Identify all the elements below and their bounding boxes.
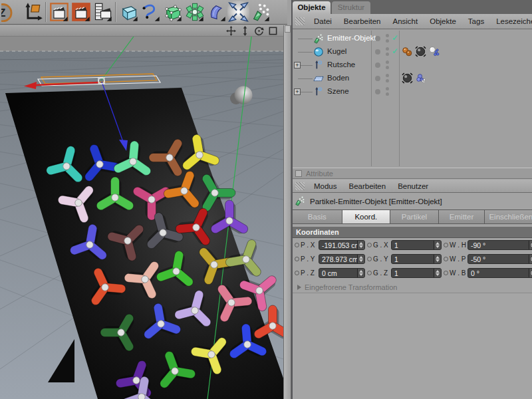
- field-input-py[interactable]: 278.973 cm: [319, 254, 365, 264]
- stepper-control[interactable]: [529, 269, 532, 277]
- keyframe-circle[interactable]: [444, 257, 448, 261]
- stepper-control[interactable]: [357, 255, 364, 263]
- viewport-3d[interactable]: [0, 37, 283, 399]
- render-active-icon[interactable]: [70, 1, 92, 23]
- tab-basis[interactable]: Basis: [293, 210, 342, 223]
- expander-plus-icon[interactable]: +: [294, 62, 301, 68]
- visibility-dot[interactable]: [375, 76, 380, 81]
- keyframe-circle[interactable]: [444, 243, 448, 247]
- zoom-icon[interactable]: [239, 26, 250, 36]
- coordinates-section-header[interactable]: Koordinaten: [293, 227, 532, 238]
- render-dot[interactable]: [386, 79, 389, 82]
- frozen-transform-row[interactable]: Eingefrorene Transformation: [293, 282, 532, 292]
- editor-dot[interactable]: [386, 61, 389, 64]
- editor-dot[interactable]: [386, 87, 389, 90]
- field-input-wb[interactable]: 0 °: [467, 268, 532, 278]
- editor-dot[interactable]: [386, 34, 389, 37]
- visibility-dot[interactable]: [375, 49, 380, 55]
- menu-lesezeichen[interactable]: Lesezeichen: [490, 17, 532, 25]
- object-axis-icon[interactable]: [22, 1, 44, 23]
- viewport-scrollbar[interactable]: [283, 25, 291, 399]
- tab-emitter[interactable]: Emitter: [439, 210, 485, 223]
- field-input-wp[interactable]: -50 °: [467, 254, 532, 264]
- nurbs-icon[interactable]: [162, 1, 184, 23]
- expander-plus-icon[interactable]: +: [294, 88, 301, 95]
- tab-objekte[interactable]: Objekte: [293, 1, 331, 14]
- material-tag-icon[interactable]: [415, 46, 426, 57]
- tree-row-emitterobjekt[interactable]: Emitter-Objekt✓: [293, 32, 532, 45]
- world-z-icon[interactable]: Z: [0, 1, 22, 23]
- menu-bearbeiten[interactable]: Bearbeiten: [338, 17, 387, 25]
- deformer-icon[interactable]: [205, 1, 227, 23]
- tree-row-rutsche[interactable]: +Rutsche: [293, 59, 532, 72]
- enabled-check-icon[interactable]: ✓: [392, 33, 398, 43]
- render-settings-icon[interactable]: [92, 1, 114, 23]
- visibility-dot[interactable]: [375, 63, 380, 68]
- field-input-gx[interactable]: 1: [391, 240, 442, 250]
- enabled-check-icon[interactable]: ✓: [392, 47, 398, 56]
- modeling-icon[interactable]: [184, 1, 205, 23]
- visibility-dot[interactable]: [375, 36, 380, 41]
- keyframe-circle[interactable]: [367, 257, 372, 261]
- keyframe-circle[interactable]: [295, 257, 299, 261]
- tab-partikel[interactable]: Partikel: [390, 210, 439, 223]
- field-input-gy[interactable]: 1: [391, 254, 442, 264]
- tree-row-szene[interactable]: +Szene: [293, 85, 532, 98]
- add-cube-icon[interactable]: [118, 1, 140, 23]
- panel-square-icon[interactable]: [295, 170, 302, 177]
- collision-tag-icon[interactable]: [428, 46, 440, 57]
- tree-row-boden[interactable]: Boden: [293, 72, 532, 85]
- visibility-dot[interactable]: [375, 89, 380, 94]
- scrollbar-button[interactable]: [285, 25, 291, 33]
- menu-objekte[interactable]: Objekte: [424, 17, 462, 25]
- rotate-icon[interactable]: [253, 26, 264, 36]
- maximize-icon[interactable]: [267, 26, 278, 36]
- stepper-control[interactable]: [434, 241, 441, 249]
- tree-label[interactable]: Rutsche: [327, 61, 355, 68]
- editor-dot[interactable]: [386, 74, 389, 77]
- attr-menu-benutzer[interactable]: Benutzer: [392, 182, 434, 190]
- stepper-control[interactable]: [357, 269, 364, 277]
- tree-row-kugel[interactable]: Kugel✓: [293, 45, 532, 59]
- menu-grip-icon[interactable]: [295, 17, 305, 25]
- field-input-gz[interactable]: 1: [391, 268, 442, 278]
- stepper-control[interactable]: [529, 241, 532, 249]
- render-dot[interactable]: [386, 39, 389, 43]
- tab-koord[interactable]: Koord.: [342, 210, 391, 223]
- material-tag-icon[interactable]: [402, 72, 413, 84]
- stepper-control[interactable]: [434, 269, 441, 277]
- tree-label[interactable]: Kugel: [327, 47, 346, 55]
- editor-dot[interactable]: [386, 47, 389, 51]
- emitter-icon[interactable]: [249, 1, 271, 23]
- stepper-control[interactable]: [529, 255, 532, 263]
- menu-datei[interactable]: Datei: [308, 17, 338, 25]
- dynamics-tag-icon[interactable]: [402, 46, 413, 57]
- tree-label[interactable]: Szene: [327, 87, 349, 95]
- keyframe-circle[interactable]: [295, 271, 299, 275]
- tree-label[interactable]: Emitter-Objekt: [327, 34, 376, 42]
- field-input-px[interactable]: -191.053 cm: [319, 240, 365, 250]
- keyframe-circle[interactable]: [295, 243, 299, 247]
- attr-menu-modus[interactable]: Modus: [308, 182, 343, 190]
- render-dot[interactable]: [386, 53, 389, 56]
- keyframe-circle[interactable]: [367, 243, 372, 247]
- stepper-control[interactable]: [357, 241, 364, 249]
- keyframe-circle[interactable]: [444, 271, 448, 275]
- attr-menu-bearbeiten[interactable]: Bearbeiten: [343, 182, 392, 190]
- field-input-pz[interactable]: 0 cm: [319, 268, 365, 278]
- spline-icon[interactable]: [140, 1, 162, 23]
- render-dot[interactable]: [386, 66, 389, 69]
- render-dot[interactable]: [386, 92, 389, 96]
- menu-tags[interactable]: Tags: [462, 17, 490, 25]
- pan-icon[interactable]: [225, 26, 236, 36]
- stepper-control[interactable]: [434, 255, 441, 263]
- keyframe-circle[interactable]: [367, 271, 372, 275]
- menu-grip-icon[interactable]: [295, 182, 305, 190]
- render-view-icon[interactable]: [48, 1, 70, 23]
- cluster-tag-icon[interactable]: [415, 72, 426, 84]
- menu-ansicht[interactable]: Ansicht: [386, 17, 424, 25]
- tree-label[interactable]: Boden: [327, 74, 349, 82]
- particles-icon[interactable]: [227, 1, 249, 23]
- field-input-wh[interactable]: -90 °: [467, 240, 532, 250]
- tab-einschliessen[interactable]: Einschließen: [485, 210, 532, 223]
